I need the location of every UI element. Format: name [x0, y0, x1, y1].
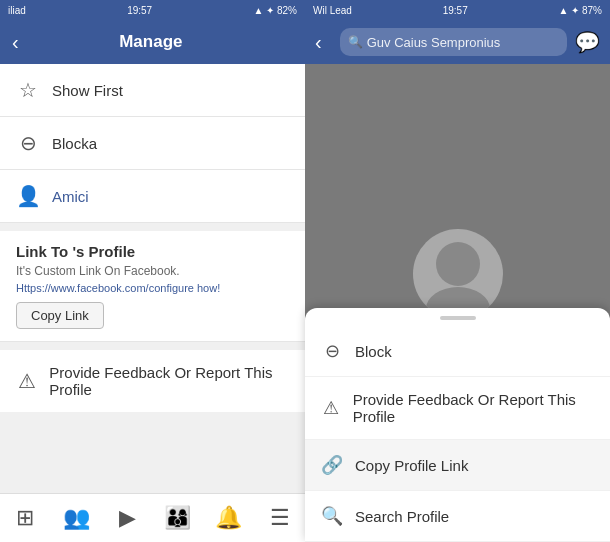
- dropdown-copy-icon: 🔗: [321, 454, 343, 476]
- status-bar-left: iliad 19:57 ▲ ✦ 82%: [0, 0, 305, 20]
- dropdown-search-icon: 🔍: [321, 505, 343, 527]
- back-button-left[interactable]: ‹: [12, 31, 19, 54]
- dropdown-block[interactable]: ⊖ Block: [305, 326, 610, 377]
- dropdown-search-label: Search Profile: [355, 508, 449, 525]
- time-right: 19:57: [443, 5, 468, 16]
- nav-bell-icon[interactable]: 🔔: [209, 498, 249, 538]
- nav-friends-icon[interactable]: 👥: [56, 498, 96, 538]
- icons-left: ▲ ✦ 82%: [254, 5, 297, 16]
- nav-video-icon[interactable]: ▶: [107, 498, 147, 538]
- left-panel: iliad 19:57 ▲ ✦ 82% ‹ Manage ☆ Show Firs…: [0, 0, 305, 542]
- messenger-icon[interactable]: 💬: [575, 30, 600, 54]
- search-icon: 🔍: [348, 35, 363, 49]
- amici-label: Amici: [52, 188, 89, 205]
- search-bar-text: Guv Caius Sempronius: [367, 35, 501, 50]
- dropdown-block-label: Block: [355, 343, 392, 360]
- nav-title-left: Manage: [29, 32, 273, 52]
- link-subtitle: It's Custom Link On Facebook.: [16, 264, 289, 278]
- report-item[interactable]: ⚠ Provide Feedback Or Report This Profil…: [0, 350, 305, 412]
- bottom-nav-left: ⊞ 👥 ▶ 👨‍👩‍👦 🔔 ☰: [0, 493, 305, 542]
- link-url: Https://www.facebook.com/configure how!: [16, 282, 289, 294]
- show-first-item[interactable]: ☆ Show First: [0, 64, 305, 117]
- nav-bar-left: ‹ Manage: [0, 20, 305, 64]
- dropdown-copy-label: Copy Profile Link: [355, 457, 468, 474]
- dropdown-report-icon: ⚠: [321, 397, 341, 419]
- nav-groups-icon[interactable]: 👨‍👩‍👦: [158, 498, 198, 538]
- time-left: 19:57: [127, 5, 152, 16]
- dropdown-search-profile[interactable]: 🔍 Search Profile: [305, 491, 610, 542]
- dropdown-menu: ⊖ Block ⚠ Provide Feedback Or Report Thi…: [305, 308, 610, 542]
- block-item[interactable]: ⊖ Blocka: [0, 117, 305, 170]
- nav-menu-icon[interactable]: ☰: [260, 498, 300, 538]
- show-first-label: Show First: [52, 82, 123, 99]
- link-section: Link To 's Profile It's Custom Link On F…: [0, 231, 305, 342]
- dropdown-handle: [440, 316, 476, 320]
- report-icon: ⚠: [16, 369, 37, 393]
- svg-point-0: [436, 242, 480, 286]
- avatar: [413, 229, 503, 319]
- report-label: Provide Feedback Or Report This Profile: [49, 364, 289, 398]
- amici-item[interactable]: 👤 Amici: [0, 170, 305, 223]
- link-title: Link To 's Profile: [16, 243, 289, 260]
- dropdown-report[interactable]: ⚠ Provide Feedback Or Report This Profil…: [305, 377, 610, 440]
- star-icon: ☆: [16, 78, 40, 102]
- carrier-right: Wil Lead: [313, 5, 352, 16]
- search-bar[interactable]: 🔍 Guv Caius Sempronius: [340, 28, 567, 56]
- right-panel: Wil Lead 19:57 ▲ ✦ 87% ‹ 🔍 Guv Caius Sem…: [305, 0, 610, 542]
- icons-right: ▲ ✦ 87%: [559, 5, 602, 16]
- dropdown-copy-profile[interactable]: 🔗 Copy Profile Link: [305, 440, 610, 491]
- status-bar-right: Wil Lead 19:57 ▲ ✦ 87%: [305, 0, 610, 20]
- dropdown-block-icon: ⊖: [321, 340, 343, 362]
- block-label: Blocka: [52, 135, 97, 152]
- nav-bar-right: ‹ 🔍 Guv Caius Sempronius 💬: [305, 20, 610, 64]
- friends-icon: 👤: [16, 184, 40, 208]
- back-button-right[interactable]: ‹: [315, 31, 322, 54]
- dropdown-report-label: Provide Feedback Or Report This Profile: [353, 391, 594, 425]
- carrier-left: iliad: [8, 5, 26, 16]
- nav-home-icon[interactable]: ⊞: [5, 498, 45, 538]
- block-icon: ⊖: [16, 131, 40, 155]
- copy-link-button[interactable]: Copy Link: [16, 302, 104, 329]
